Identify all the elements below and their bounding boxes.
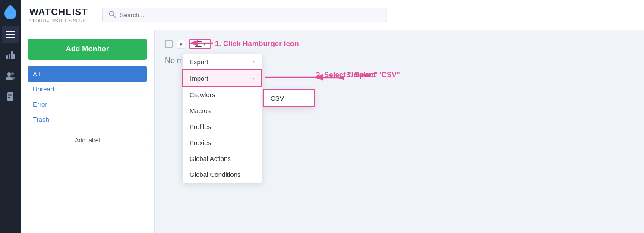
arrow3-svg: [314, 72, 344, 84]
menu-item-macros[interactable]: Macros: [183, 103, 262, 119]
svg-rect-2: [6, 37, 15, 38]
app-subtitle: CLOUD - DISTILL'S SERV...: [29, 18, 89, 23]
svg-point-7: [7, 72, 11, 76]
search-icon: [109, 11, 116, 19]
menu-item-export-label: Export: [189, 58, 208, 66]
step1-annotation: 1. Click Hamburger icon: [215, 40, 299, 48]
search-bar[interactable]: [102, 8, 387, 22]
toolbar-row: ▾ ▾: [165, 39, 634, 49]
content-area: ▾ ▾: [155, 30, 644, 233]
menu-item-import-label: Import: [190, 75, 208, 82]
nav-list: All Unread Error Trash: [28, 66, 147, 127]
nav-item-all[interactable]: All: [28, 66, 147, 82]
svg-rect-12: [8, 97, 10, 98]
header-brand: WATCHLIST CLOUD - DISTILL'S SERV...: [29, 6, 89, 23]
menu-item-global-actions[interactable]: Global Actions: [183, 151, 262, 167]
nav-list-icon[interactable]: [2, 26, 19, 43]
app-logo: [3, 4, 18, 20]
dropdown-container: Export › Import › CSV: [182, 54, 262, 183]
svg-rect-9: [7, 92, 13, 101]
select-all-checkbox[interactable]: [165, 40, 173, 48]
import-submenu: CSV: [263, 89, 315, 107]
menu-item-global-conditions-label: Global Conditions: [189, 171, 240, 178]
step3-annotation: 3. Select "CSV": [346, 71, 400, 79]
header: WATCHLIST CLOUD - DISTILL'S SERV...: [21, 0, 644, 30]
svg-rect-6: [13, 54, 15, 59]
menu-item-global-actions-label: Global Actions: [189, 155, 231, 162]
svg-point-8: [11, 72, 14, 75]
menu-item-macros-label: Macros: [189, 107, 211, 114]
dropdown-menu: Export › Import › CSV: [182, 54, 262, 183]
svg-rect-1: [6, 34, 15, 35]
menu-item-export[interactable]: Export ›: [183, 54, 262, 70]
add-label-button[interactable]: Add label: [28, 132, 147, 148]
export-chevron-icon: ›: [253, 59, 255, 65]
csv-label: CSV: [271, 94, 284, 102]
menu-item-crawlers[interactable]: Crawlers: [183, 87, 262, 103]
app-title: WATCHLIST: [29, 6, 89, 18]
svg-rect-0: [6, 31, 15, 32]
menu-item-proxies[interactable]: Proxies: [183, 135, 262, 151]
menu-item-profiles[interactable]: Profiles: [183, 119, 262, 135]
arrow1-svg: [188, 37, 214, 49]
add-monitor-button[interactable]: Add Monitor: [28, 39, 147, 60]
main-wrapper: WATCHLIST CLOUD - DISTILL'S SERV... Add …: [21, 0, 644, 233]
menu-item-profiles-label: Profiles: [189, 123, 211, 130]
nav-book-icon[interactable]: [2, 88, 19, 105]
nav-item-unread[interactable]: Unread: [28, 82, 147, 97]
svg-rect-4: [9, 54, 10, 59]
import-chevron-icon: ›: [253, 76, 254, 82]
nav-item-trash[interactable]: Trash: [28, 112, 147, 127]
svg-rect-5: [11, 51, 13, 59]
sidebar-nav: [0, 0, 21, 233]
svg-rect-3: [6, 55, 8, 59]
nav-chart-icon[interactable]: [2, 47, 19, 64]
menu-item-import[interactable]: Import › CSV: [182, 69, 262, 87]
nav-users-icon[interactable]: [2, 67, 19, 85]
left-panel: Add Monitor All Unread Error Trash Add l…: [21, 30, 155, 233]
nav-item-error[interactable]: Error: [28, 97, 147, 112]
body-area: Add Monitor All Unread Error Trash Add l…: [21, 30, 644, 233]
menu-item-global-conditions[interactable]: Global Conditions: [183, 167, 262, 183]
svg-rect-10: [8, 94, 12, 95]
menu-item-crawlers-label: Crawlers: [189, 91, 215, 98]
menu-item-proxies-label: Proxies: [189, 139, 211, 146]
dropdown-arrow-button[interactable]: ▾: [177, 40, 185, 49]
svg-line-14: [114, 16, 116, 18]
submenu-item-csv[interactable]: CSV: [263, 89, 315, 107]
svg-rect-11: [8, 96, 12, 97]
step3-annotation-wrap: 3. Select "CSV": [346, 71, 400, 79]
search-input[interactable]: [120, 12, 381, 19]
